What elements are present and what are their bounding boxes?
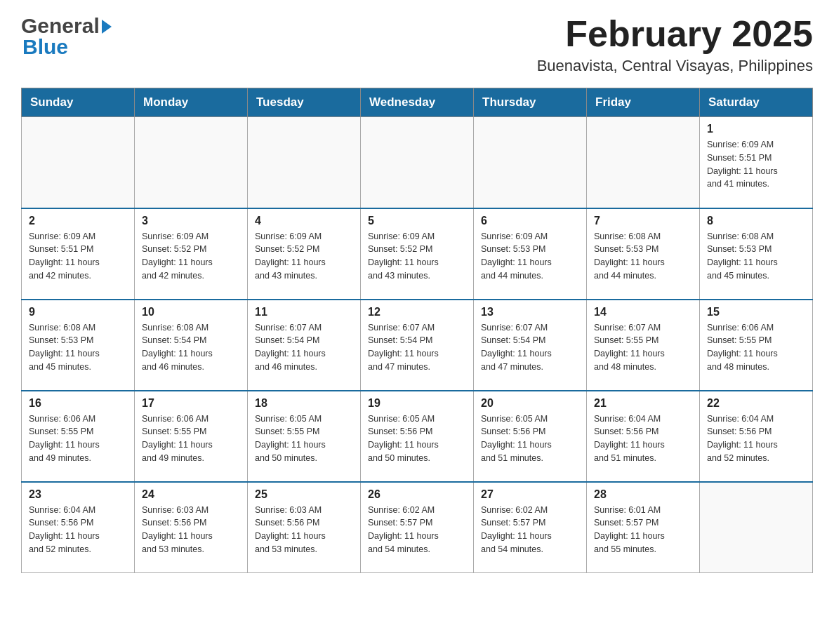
calendar-week-row: 1Sunrise: 6:09 AM Sunset: 5:51 PM Daylig… — [22, 117, 813, 208]
table-row — [248, 117, 361, 208]
col-thursday: Thursday — [474, 88, 587, 117]
table-row: 2Sunrise: 6:09 AM Sunset: 5:51 PM Daylig… — [22, 208, 135, 300]
day-number: 9 — [29, 306, 127, 318]
day-info: Sunrise: 6:07 AM Sunset: 5:55 PM Dayligh… — [594, 321, 692, 374]
day-info: Sunrise: 6:09 AM Sunset: 5:52 PM Dayligh… — [368, 230, 466, 283]
title-block: February 2025 Buenavista, Central Visaya… — [537, 14, 813, 75]
day-info: Sunrise: 6:07 AM Sunset: 5:54 PM Dayligh… — [368, 321, 466, 374]
day-number: 25 — [255, 488, 353, 501]
day-number: 27 — [481, 488, 579, 501]
col-sunday: Sunday — [22, 88, 135, 117]
table-row: 28Sunrise: 6:01 AM Sunset: 5:57 PM Dayli… — [587, 482, 700, 573]
table-row: 6Sunrise: 6:09 AM Sunset: 5:53 PM Daylig… — [474, 208, 587, 300]
table-row — [700, 482, 813, 573]
day-number: 5 — [368, 215, 466, 227]
day-number: 18 — [255, 397, 353, 410]
day-number: 26 — [368, 488, 466, 501]
table-row: 17Sunrise: 6:06 AM Sunset: 5:55 PM Dayli… — [135, 391, 248, 482]
day-info: Sunrise: 6:08 AM Sunset: 5:53 PM Dayligh… — [707, 230, 805, 283]
day-info: Sunrise: 6:09 AM Sunset: 5:52 PM Dayligh… — [255, 230, 353, 283]
day-info: Sunrise: 6:09 AM Sunset: 5:52 PM Dayligh… — [142, 230, 240, 283]
table-row: 11Sunrise: 6:07 AM Sunset: 5:54 PM Dayli… — [248, 300, 361, 391]
table-row: 27Sunrise: 6:02 AM Sunset: 5:57 PM Dayli… — [474, 482, 587, 573]
table-row: 12Sunrise: 6:07 AM Sunset: 5:54 PM Dayli… — [361, 300, 474, 391]
table-row: 5Sunrise: 6:09 AM Sunset: 5:52 PM Daylig… — [361, 208, 474, 300]
table-row — [587, 117, 700, 208]
table-row — [135, 117, 248, 208]
day-info: Sunrise: 6:08 AM Sunset: 5:54 PM Dayligh… — [142, 321, 240, 374]
calendar-week-row: 23Sunrise: 6:04 AM Sunset: 5:56 PM Dayli… — [22, 482, 813, 573]
day-info: Sunrise: 6:09 AM Sunset: 5:53 PM Dayligh… — [481, 230, 579, 283]
day-info: Sunrise: 6:09 AM Sunset: 5:51 PM Dayligh… — [29, 230, 127, 283]
day-info: Sunrise: 6:06 AM Sunset: 5:55 PM Dayligh… — [707, 321, 805, 374]
day-info: Sunrise: 6:09 AM Sunset: 5:51 PM Dayligh… — [707, 138, 805, 191]
table-row: 15Sunrise: 6:06 AM Sunset: 5:55 PM Dayli… — [700, 300, 813, 391]
day-number: 11 — [255, 306, 353, 318]
calendar-week-row: 16Sunrise: 6:06 AM Sunset: 5:55 PM Dayli… — [22, 391, 813, 482]
logo-general-text: General — [21, 14, 100, 38]
day-info: Sunrise: 6:04 AM Sunset: 5:56 PM Dayligh… — [594, 412, 692, 465]
col-wednesday: Wednesday — [361, 88, 474, 117]
table-row — [361, 117, 474, 208]
table-row: 7Sunrise: 6:08 AM Sunset: 5:53 PM Daylig… — [587, 208, 700, 300]
day-number: 7 — [594, 215, 692, 227]
table-row: 20Sunrise: 6:05 AM Sunset: 5:56 PM Dayli… — [474, 391, 587, 482]
table-row: 25Sunrise: 6:03 AM Sunset: 5:56 PM Dayli… — [248, 482, 361, 573]
day-number: 21 — [594, 397, 692, 410]
day-number: 16 — [29, 397, 127, 410]
day-number: 1 — [707, 123, 805, 135]
day-info: Sunrise: 6:05 AM Sunset: 5:56 PM Dayligh… — [368, 412, 466, 465]
day-info: Sunrise: 6:06 AM Sunset: 5:55 PM Dayligh… — [29, 412, 127, 465]
col-monday: Monday — [135, 88, 248, 117]
day-info: Sunrise: 6:03 AM Sunset: 5:56 PM Dayligh… — [142, 504, 240, 556]
day-number: 10 — [142, 306, 240, 318]
day-number: 15 — [707, 306, 805, 318]
day-number: 8 — [707, 215, 805, 227]
day-info: Sunrise: 6:06 AM Sunset: 5:55 PM Dayligh… — [142, 412, 240, 465]
col-tuesday: Tuesday — [248, 88, 361, 117]
calendar-subtitle: Buenavista, Central Visayas, Philippines — [537, 57, 813, 75]
day-info: Sunrise: 6:02 AM Sunset: 5:57 PM Dayligh… — [481, 504, 579, 556]
day-number: 28 — [594, 488, 692, 501]
table-row: 21Sunrise: 6:04 AM Sunset: 5:56 PM Dayli… — [587, 391, 700, 482]
table-row: 1Sunrise: 6:09 AM Sunset: 5:51 PM Daylig… — [700, 117, 813, 208]
day-info: Sunrise: 6:05 AM Sunset: 5:55 PM Dayligh… — [255, 412, 353, 465]
day-info: Sunrise: 6:04 AM Sunset: 5:56 PM Dayligh… — [707, 412, 805, 465]
table-row: 14Sunrise: 6:07 AM Sunset: 5:55 PM Dayli… — [587, 300, 700, 391]
calendar-table: Sunday Monday Tuesday Wednesday Thursday… — [21, 88, 813, 573]
calendar-header-row: Sunday Monday Tuesday Wednesday Thursday… — [22, 88, 813, 117]
table-row: 26Sunrise: 6:02 AM Sunset: 5:57 PM Dayli… — [361, 482, 474, 573]
table-row — [474, 117, 587, 208]
day-number: 20 — [481, 397, 579, 410]
table-row: 3Sunrise: 6:09 AM Sunset: 5:52 PM Daylig… — [135, 208, 248, 300]
day-number: 2 — [29, 215, 127, 227]
col-saturday: Saturday — [700, 88, 813, 117]
day-number: 3 — [142, 215, 240, 227]
table-row: 24Sunrise: 6:03 AM Sunset: 5:56 PM Dayli… — [135, 482, 248, 573]
col-friday: Friday — [587, 88, 700, 117]
day-number: 19 — [368, 397, 466, 410]
table-row: 22Sunrise: 6:04 AM Sunset: 5:56 PM Dayli… — [700, 391, 813, 482]
day-number: 23 — [29, 488, 127, 501]
table-row: 18Sunrise: 6:05 AM Sunset: 5:55 PM Dayli… — [248, 391, 361, 482]
day-info: Sunrise: 6:05 AM Sunset: 5:56 PM Dayligh… — [481, 412, 579, 465]
day-info: Sunrise: 6:08 AM Sunset: 5:53 PM Dayligh… — [594, 230, 692, 283]
page-header: General Blue February 2025 Buenavista, C… — [21, 14, 813, 75]
calendar-title: February 2025 — [537, 14, 813, 54]
day-info: Sunrise: 6:07 AM Sunset: 5:54 PM Dayligh… — [481, 321, 579, 374]
logo-triangle-icon — [102, 20, 112, 34]
table-row: 13Sunrise: 6:07 AM Sunset: 5:54 PM Dayli… — [474, 300, 587, 391]
day-number: 12 — [368, 306, 466, 318]
day-number: 14 — [594, 306, 692, 318]
day-info: Sunrise: 6:08 AM Sunset: 5:53 PM Dayligh… — [29, 321, 127, 374]
table-row — [22, 117, 135, 208]
day-number: 4 — [255, 215, 353, 227]
table-row: 19Sunrise: 6:05 AM Sunset: 5:56 PM Dayli… — [361, 391, 474, 482]
day-number: 6 — [481, 215, 579, 227]
calendar-week-row: 2Sunrise: 6:09 AM Sunset: 5:51 PM Daylig… — [22, 208, 813, 300]
logo: General Blue — [21, 14, 112, 59]
day-number: 13 — [481, 306, 579, 318]
day-info: Sunrise: 6:04 AM Sunset: 5:56 PM Dayligh… — [29, 504, 127, 556]
day-number: 22 — [707, 397, 805, 410]
table-row: 8Sunrise: 6:08 AM Sunset: 5:53 PM Daylig… — [700, 208, 813, 300]
